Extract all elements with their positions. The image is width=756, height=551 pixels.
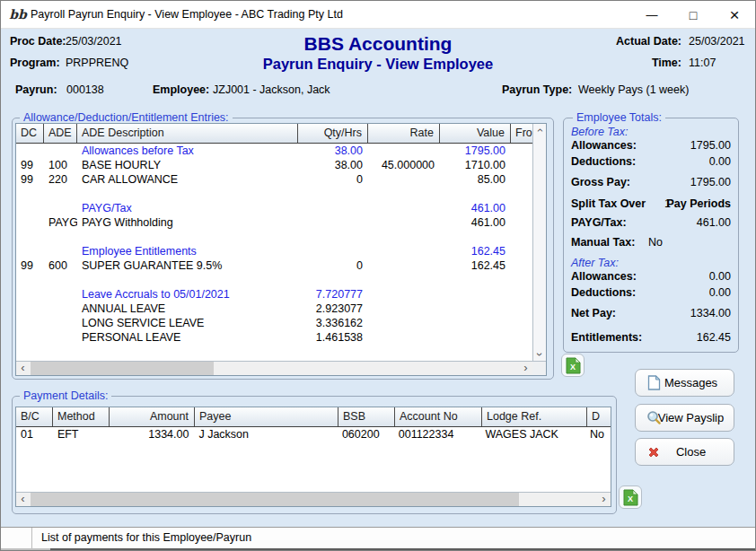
- table-cell: [16, 273, 44, 287]
- scrollbar-thumb[interactable]: [31, 493, 519, 506]
- table-cell: 1.461538: [298, 330, 368, 345]
- table-cell: PAYG/Tax: [77, 201, 298, 215]
- column-header: Amount: [110, 407, 195, 426]
- maximize-button[interactable]: □: [672, 1, 714, 29]
- scroll-down-icon[interactable]: ›: [538, 348, 541, 361]
- actual-date-label: Actual Date:: [611, 35, 681, 48]
- messages-button[interactable]: Messages: [635, 369, 734, 397]
- table-row[interactable]: 01EFT1334.00J Jackson060200001122334WAGE…: [16, 427, 611, 442]
- table-cell: [511, 158, 534, 172]
- export-payment-excel-button[interactable]: X: [619, 485, 642, 509]
- minimize-icon: —: [646, 8, 658, 22]
- table-row[interactable]: [16, 187, 546, 201]
- table-cell: No: [585, 427, 611, 442]
- table-cell: [368, 201, 440, 215]
- table-cell: WAGES JACK: [480, 427, 585, 442]
- export-ade-excel-button[interactable]: X: [561, 354, 585, 377]
- table-cell: [511, 201, 534, 215]
- payg-tax-value: 461.00: [697, 216, 731, 229]
- gross-pay-label: Gross Pay:: [571, 176, 630, 188]
- scroll-up-icon[interactable]: ›: [538, 124, 541, 136]
- table-cell: LONG SERVICE LEAVE: [77, 316, 298, 330]
- scroll-right-icon[interactable]: ›: [597, 493, 611, 506]
- ade-entries-title: Allowance/Deduction/Entitlement Entries:: [20, 111, 233, 124]
- scrollbar-thumb[interactable]: [31, 362, 214, 375]
- close-window-button[interactable]: ×: [714, 1, 755, 29]
- table-cell: 85.00: [440, 172, 511, 187]
- payment-details-table: B/CMethodAmountPayeeBSBAccount NoLodge R…: [15, 407, 611, 507]
- table-cell: [511, 316, 534, 330]
- table-cell: 162.45: [440, 244, 511, 258]
- table-row[interactable]: Leave Accruals to 05/01/20217.720777: [16, 287, 546, 302]
- table-cell: 0: [298, 172, 368, 187]
- table-row[interactable]: [16, 230, 546, 244]
- view-payslip-button[interactable]: View Payslip: [635, 404, 734, 432]
- table-row[interactable]: [16, 273, 546, 287]
- table-row[interactable]: LONG SERVICE LEAVE3.336162: [16, 316, 546, 330]
- table-cell: 461.00: [440, 201, 511, 215]
- entitlements-value: 162.45: [697, 331, 731, 344]
- table-row[interactable]: 99600SUPER GUARANTEE 9.5%0162.45: [16, 258, 546, 273]
- payg-tax-label: PAYG/Tax:: [571, 216, 627, 229]
- window-title: Payroll Payrun Enquiry - View Employee -…: [31, 8, 343, 21]
- split-tax-label: Split Tax Over: [571, 197, 646, 210]
- table-row[interactable]: PAYG/Tax461.00: [16, 201, 546, 215]
- table-cell: Employee Entitlements: [77, 244, 298, 258]
- table-cell: 060200: [338, 427, 394, 442]
- employee-value: JZJ001 - Jackson, Jack: [213, 83, 330, 96]
- net-pay-value: 1334.00: [690, 307, 731, 319]
- payment-table-header: B/CMethodAmountPayeeBSBAccount NoLodge R…: [16, 407, 611, 427]
- table-row[interactable]: Employee Entitlements162.45: [16, 244, 546, 258]
- table-cell: [511, 144, 534, 158]
- table-cell: [298, 187, 368, 201]
- scroll-right-icon[interactable]: ›: [519, 362, 532, 375]
- column-header: Fro: [511, 124, 534, 143]
- table-cell: [368, 302, 440, 316]
- vertical-scrollbar[interactable]: › ›: [532, 124, 546, 361]
- table-cell: Leave Accruals to 05/01/2021: [77, 287, 298, 302]
- table-cell: [44, 287, 77, 302]
- table-cell: [16, 187, 44, 201]
- app-icon[interactable]: bb: [9, 5, 27, 23]
- table-cell: [44, 316, 77, 330]
- table-cell: 0: [298, 258, 368, 273]
- table-row[interactable]: 99100BASE HOURLY38.0045.0000001710.00: [16, 158, 546, 172]
- svg-text:X: X: [569, 363, 575, 372]
- table-cell: [440, 330, 511, 345]
- column-header: ADE Description: [77, 124, 298, 143]
- table-row[interactable]: PAYGPAYG Withholding461.00: [16, 215, 546, 230]
- table-cell: [511, 230, 534, 244]
- table-cell: 1334.00: [110, 427, 195, 442]
- table-cell: 1710.00: [440, 158, 511, 172]
- table-cell: [44, 244, 77, 258]
- table-row[interactable]: 99220CAR ALLOWANCE085.00: [16, 172, 546, 187]
- table-cell: PAYG Withholding: [77, 215, 298, 230]
- table-cell: [368, 244, 440, 258]
- table-cell: 2.923077: [298, 302, 368, 316]
- close-button[interactable]: Close: [635, 438, 734, 466]
- table-cell: [16, 287, 44, 302]
- payment-details-title: Payment Details:: [20, 389, 111, 402]
- scroll-left-icon[interactable]: ‹: [16, 493, 30, 506]
- column-header: D: [587, 407, 611, 426]
- table-cell: SUPER GUARANTEE 9.5%: [77, 258, 298, 273]
- column-header: B/C: [16, 407, 53, 426]
- horizontal-scrollbar[interactable]: ‹ ›: [16, 361, 532, 375]
- gross-pay-value: 1795.00: [690, 176, 731, 188]
- table-row[interactable]: Allowances before Tax38.001795.00: [16, 144, 546, 158]
- table-row[interactable]: PERSONAL LEAVE1.461538: [16, 330, 546, 345]
- column-header: Method: [53, 407, 110, 426]
- minimize-button[interactable]: —: [631, 1, 672, 29]
- table-cell: [16, 144, 44, 158]
- table-cell: 220: [44, 172, 77, 187]
- scroll-left-icon[interactable]: ‹: [16, 362, 30, 375]
- table-cell: [77, 273, 298, 287]
- table-cell: [511, 187, 534, 201]
- table-cell: [368, 330, 440, 345]
- table-cell: [511, 244, 534, 258]
- table-row[interactable]: ANNUAL LEAVE2.923077: [16, 302, 546, 316]
- deductions-before-value: 0.00: [709, 155, 731, 168]
- table-cell: [440, 230, 511, 244]
- horizontal-scrollbar[interactable]: ‹ ›: [16, 492, 611, 506]
- table-cell: [298, 201, 368, 215]
